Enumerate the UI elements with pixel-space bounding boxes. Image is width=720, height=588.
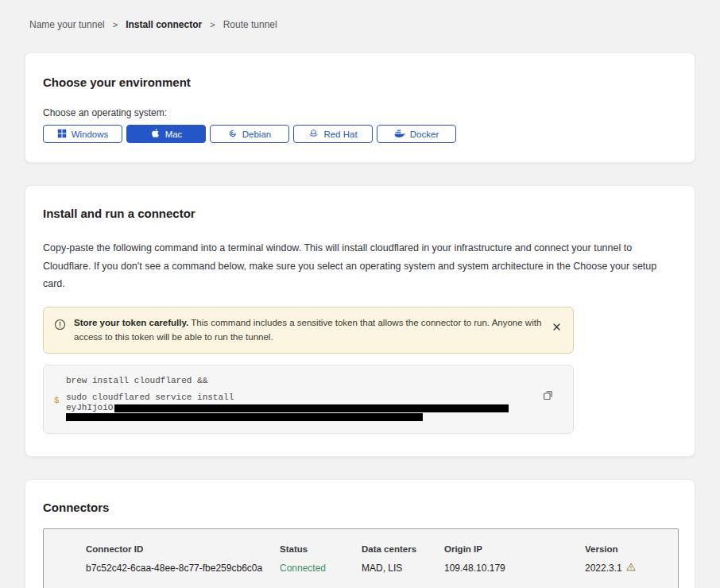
origin-ip-value: 109.48.10.179 [444, 563, 585, 574]
apple-logo-icon [150, 128, 161, 140]
breadcrumb-name-your-tunnel[interactable]: Name your tunnel [29, 19, 105, 30]
version-number: 2022.3.1 [585, 563, 622, 574]
os-button-windows[interactable]: Windows [43, 125, 122, 143]
docker-logo-icon [394, 129, 405, 139]
version-value: 2022.3.1 [585, 563, 670, 574]
os-button-docker[interactable]: Docker [377, 125, 456, 143]
breadcrumb-route-tunnel[interactable]: Route tunnel [223, 19, 277, 30]
code-line-token: eyJhIjoiO [66, 404, 525, 412]
status-badge: Connected [280, 563, 362, 574]
page-content: Name your tunnel > Install connector > R… [25, 0, 695, 588]
breadcrumb-separator: > [113, 20, 118, 29]
breadcrumb-install-connector[interactable]: Install connector [126, 19, 202, 30]
os-select-label: Choose an operating system: [43, 107, 677, 118]
code-line-service-install: sudo cloudflared service install [66, 393, 525, 402]
environment-card: Choose your environment Choose an operat… [25, 52, 695, 163]
column-header-version: Version [585, 544, 670, 554]
column-header-connector-id: Connector ID [86, 544, 280, 554]
column-header-data-centers: Data centers [362, 544, 444, 554]
breadcrumb-separator: > [210, 20, 215, 29]
token-warning-text: Store your token carefully. This command… [74, 315, 542, 346]
column-header-origin-ip: Origin IP [444, 544, 585, 554]
shell-prompt: $ [54, 396, 60, 405]
data-centers-value: MAD, LIS [362, 563, 444, 574]
code-line-brew: brew install cloudflared && [66, 377, 525, 385]
column-header-status: Status [280, 544, 362, 554]
connectors-table: Connector ID Status Data centers Origin … [43, 528, 679, 588]
redhat-logo-icon [308, 128, 319, 140]
install-description: Copy-paste the following command into a … [43, 239, 672, 293]
os-button-label: Debian [242, 130, 271, 139]
connector-id-value: b7c52c42-6caa-48ee-8c77-fbe259cb6c0a [86, 563, 280, 574]
connectors-table-header: Connector ID Status Data centers Origin … [86, 544, 670, 554]
redacted-token-bar [66, 413, 423, 421]
install-connector-card: Install and run a connector Copy-paste t… [25, 185, 695, 457]
os-button-label: Red Hat [323, 130, 357, 139]
close-icon[interactable] [550, 320, 563, 334]
connectors-card: Connectors Connector ID Status Data cent… [25, 479, 695, 588]
warning-triangle-icon [626, 563, 636, 574]
os-button-label: Windows [72, 130, 109, 139]
breadcrumb: Name your tunnel > Install connector > R… [29, 0, 695, 30]
connectors-card-title: Connectors [43, 501, 677, 514]
os-button-label: Mac [165, 130, 183, 139]
os-button-mac[interactable]: Mac [126, 125, 206, 143]
os-button-redhat[interactable]: Red Hat [293, 125, 373, 143]
redacted-token-bar [114, 404, 509, 412]
info-circle-icon [54, 319, 66, 334]
install-command-code-block: $ brew install cloudflared && sudo cloud… [43, 365, 574, 434]
table-row: b7c52c42-6caa-48ee-8c77-fbe259cb6c0a Con… [86, 563, 670, 574]
windows-logo-icon [57, 129, 67, 140]
token-prefix: eyJhIjoiO [66, 403, 113, 412]
token-warning-bold: Store your token carefully. [74, 318, 188, 327]
copy-icon[interactable] [540, 388, 555, 403]
debian-logo-icon [228, 129, 238, 140]
install-card-title: Install and run a connector [43, 207, 672, 220]
os-button-label: Docker [410, 130, 439, 139]
token-warning-banner: Store your token carefully. This command… [43, 307, 574, 354]
os-button-group: Windows Mac Debian Red Hat [43, 125, 677, 143]
os-button-debian[interactable]: Debian [210, 125, 289, 143]
environment-card-title: Choose your environment [43, 75, 677, 89]
